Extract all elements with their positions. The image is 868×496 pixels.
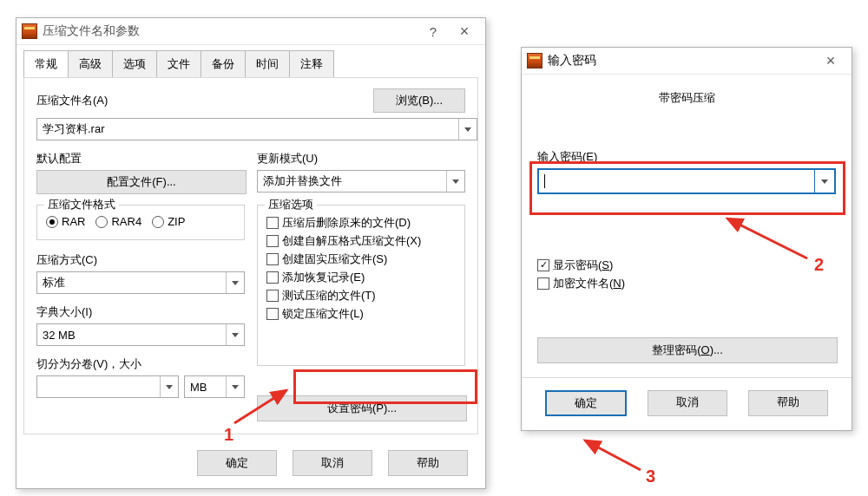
- ok-button[interactable]: 确定: [545, 390, 627, 416]
- radio-icon: [46, 216, 58, 228]
- annotation-number-3: 3: [646, 467, 655, 486]
- tab-files[interactable]: 文件: [156, 50, 201, 77]
- dialog-buttons: 确定 取消 帮助: [522, 377, 852, 430]
- default-profile-label: 默认配置: [36, 151, 245, 166]
- opt-test[interactable]: 测试压缩的文件(T): [266, 288, 456, 303]
- organize-passwords-button[interactable]: 整理密码(O)...: [537, 337, 838, 363]
- cancel-button[interactable]: 取消: [293, 450, 372, 476]
- profiles-button[interactable]: 配置文件(F)...: [36, 170, 247, 194]
- show-password-checkbox[interactable]: 显示密码(S): [537, 258, 836, 273]
- opt-sfx[interactable]: 创建自解压格式压缩文件(X): [266, 233, 456, 249]
- help-button[interactable]: 帮助: [748, 390, 828, 416]
- set-password-button[interactable]: 设置密码(P)...: [257, 395, 467, 421]
- radio-icon: [152, 216, 164, 228]
- archive-name-input[interactable]: 学习资料.rar: [36, 118, 477, 140]
- opt-recovery[interactable]: 添加恢复记录(E): [266, 270, 456, 285]
- dict-value: 32 MB: [43, 329, 76, 342]
- checkbox-icon: [537, 277, 549, 290]
- opt-lock[interactable]: 锁定压缩文件(L): [266, 306, 456, 322]
- method-value: 标准: [43, 275, 65, 290]
- tab-bar: 常规 高级 选项 文件 备份 时间 注释: [16, 45, 485, 77]
- password-window: 输入密码 × 带密码压缩 输入密码(E) 显示密码(S) 加密文件名(N) 整理…: [521, 47, 852, 431]
- titlebar: 压缩文件名和参数 ? ×: [16, 18, 485, 45]
- opt-delete-after[interactable]: 压缩后删除原来的文件(D): [266, 215, 456, 231]
- cancel-button[interactable]: 取消: [648, 390, 727, 416]
- tab-time[interactable]: 时间: [245, 50, 290, 77]
- checkbox-icon: [266, 271, 279, 284]
- checkbox-icon: [266, 308, 279, 320]
- radio-icon: [95, 216, 108, 228]
- archive-params-window: 压缩文件名和参数 ? × 常规 高级 选项 文件 备份 时间 注释 压缩文件名(…: [16, 17, 486, 489]
- archive-name-value: 学习资料.rar: [43, 121, 105, 137]
- format-group: 压缩文件格式 RAR RAR4 ZIP: [36, 205, 245, 240]
- archive-name-label: 压缩文件名(A): [36, 93, 108, 108]
- browse-button[interactable]: 浏览(B)...: [373, 88, 465, 113]
- method-label: 压缩方式(C): [36, 252, 245, 268]
- dialog-buttons: 确定 取消 帮助: [16, 441, 485, 488]
- titlebar: 输入密码 ×: [522, 48, 852, 75]
- method-select[interactable]: 标准: [36, 271, 245, 294]
- close-button[interactable]: ×: [815, 49, 846, 73]
- dict-select[interactable]: 32 MB: [36, 323, 245, 346]
- window-title: 输入密码: [548, 53, 596, 69]
- checkbox-icon: [266, 217, 279, 229]
- annotation-number-1: 1: [224, 425, 233, 445]
- checkbox-icon: [266, 253, 279, 265]
- options-group-legend: 压缩选项: [265, 197, 317, 212]
- password-input[interactable]: [537, 168, 836, 194]
- split-unit-select[interactable]: MB: [184, 375, 245, 398]
- winrar-icon: [22, 23, 37, 39]
- text-cursor-icon: [544, 174, 545, 188]
- password-label: 输入密码(E): [537, 149, 836, 165]
- dict-label: 字典大小(I): [36, 304, 245, 320]
- update-mode-label: 更新模式(U): [257, 151, 465, 166]
- ok-button[interactable]: 确定: [197, 450, 277, 476]
- encrypt-names-checkbox[interactable]: 加密文件名(N): [537, 276, 836, 291]
- help-button[interactable]: 帮助: [388, 450, 468, 476]
- split-unit-value: MB: [190, 381, 207, 394]
- tab-options[interactable]: 选项: [112, 50, 157, 77]
- checkbox-icon: [266, 290, 279, 302]
- tab-body: 压缩文件名(A) 浏览(B)... 学习资料.rar 默认配置 配置文件(F).…: [23, 77, 478, 434]
- format-group-legend: 压缩文件格式: [44, 197, 119, 212]
- password-heading: 带密码压缩: [537, 90, 836, 106]
- tab-general[interactable]: 常规: [23, 50, 69, 77]
- format-zip[interactable]: ZIP: [152, 215, 185, 228]
- format-rar[interactable]: RAR: [46, 215, 85, 228]
- window-title: 压缩文件名和参数: [43, 23, 140, 39]
- update-mode-value: 添加并替换文件: [263, 173, 342, 189]
- help-button[interactable]: ?: [418, 19, 449, 43]
- tab-comment[interactable]: 注释: [289, 50, 334, 77]
- split-size-input[interactable]: [36, 375, 179, 398]
- close-button[interactable]: ×: [449, 19, 480, 43]
- options-group: 压缩选项 压缩后删除原来的文件(D) 创建自解压格式压缩文件(X) 创建固实压缩…: [257, 205, 465, 366]
- tab-backup[interactable]: 备份: [201, 50, 246, 77]
- annotation-number-2: 2: [814, 255, 824, 275]
- checkbox-icon: [537, 259, 549, 271]
- winrar-icon: [527, 53, 542, 69]
- opt-solid[interactable]: 创建固实压缩文件(S): [266, 251, 456, 267]
- tab-advanced[interactable]: 高级: [68, 50, 113, 77]
- update-mode-select[interactable]: 添加并替换文件: [257, 170, 465, 193]
- split-label: 切分为分卷(V)，大小: [36, 356, 245, 372]
- checkbox-icon: [266, 235, 279, 247]
- format-rar4[interactable]: RAR4: [95, 215, 141, 228]
